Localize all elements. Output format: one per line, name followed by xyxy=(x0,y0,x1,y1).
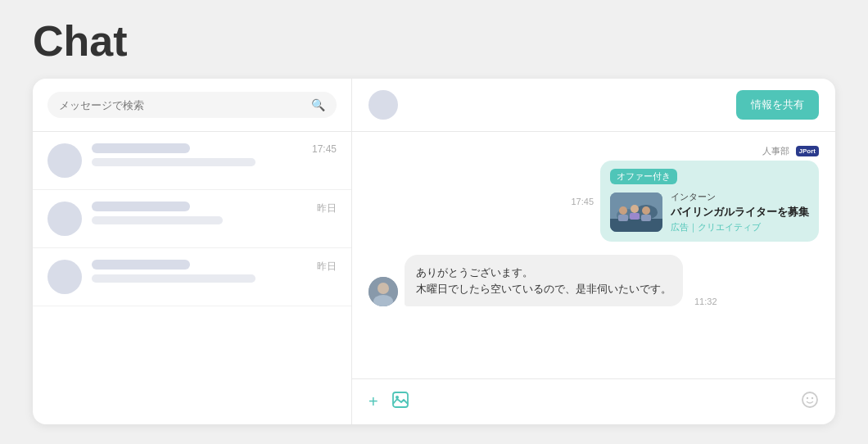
list-item[interactable]: 昨日 xyxy=(33,248,351,306)
svg-point-15 xyxy=(802,392,817,407)
conversation-content xyxy=(92,143,337,166)
conversation-name-placeholder xyxy=(92,202,190,211)
conversation-message-placeholder xyxy=(92,274,255,283)
conversation-time: 17:45 xyxy=(312,143,337,155)
image-icon[interactable] xyxy=(391,391,409,413)
ad-card-body: インターン バイリンガルライターを募集 広告｜クリエイティブ xyxy=(610,191,809,233)
avatar xyxy=(47,143,82,178)
company-name: 人事部 xyxy=(762,145,789,157)
conversation-content xyxy=(92,202,337,224)
ad-text-content: インターン バイリンガルライターを募集 広告｜クリエイティブ xyxy=(671,191,809,233)
chat-container: 🔍 17:45 昨日 xyxy=(33,79,835,424)
conversation-message-placeholder xyxy=(92,216,223,224)
svg-point-14 xyxy=(396,396,399,399)
ad-card[interactable]: オファー付き xyxy=(600,161,819,242)
add-icon[interactable]: + xyxy=(368,392,378,411)
ad-card-wrapper: 人事部 JPort 17:45 オファー付き xyxy=(571,145,819,242)
message-bubble: ありがとうございます。 木曜日でしたら空いているので、是非伺いたいです。 xyxy=(405,255,683,306)
chat-toolbar: + xyxy=(352,378,835,424)
message-list: 人事部 JPort 17:45 オファー付き xyxy=(352,132,835,378)
search-input[interactable] xyxy=(59,99,311,111)
ad-time-row: 17:45 オファー付き xyxy=(571,161,819,242)
svg-point-4 xyxy=(619,206,627,215)
message-row: ありがとうございます。 木曜日でしたら空いているので、是非伺いたいです。 11:… xyxy=(368,255,819,306)
list-item[interactable]: 17:45 xyxy=(33,132,351,190)
search-input-wrapper[interactable]: 🔍 xyxy=(47,92,337,118)
left-panel: 🔍 17:45 昨日 xyxy=(33,79,352,424)
message-text-2: 木曜日でしたら空いているので、是非伺いたいです。 xyxy=(416,283,671,295)
svg-rect-7 xyxy=(618,215,628,221)
conversation-time: 昨日 xyxy=(317,260,337,274)
ad-title-main: バイリンガルライターを募集 xyxy=(671,205,809,220)
offer-badge: オファー付き xyxy=(610,169,677,184)
jport-logo: JPort xyxy=(796,146,819,156)
svg-rect-13 xyxy=(393,392,408,407)
ad-time: 17:45 xyxy=(571,197,594,206)
svg-point-16 xyxy=(807,397,808,399)
sender-avatar xyxy=(368,277,398,306)
message-text: ありがとうございます。 xyxy=(416,266,533,279)
conversation-name-placeholder xyxy=(92,143,190,153)
svg-point-11 xyxy=(377,283,389,294)
emoji-icon[interactable] xyxy=(801,391,819,413)
search-bar: 🔍 xyxy=(33,79,351,132)
conversation-content xyxy=(92,260,337,283)
conversation-message-placeholder xyxy=(92,158,255,166)
share-button[interactable]: 情報を共有 xyxy=(736,90,819,120)
page-title: Chat xyxy=(33,20,835,62)
svg-point-5 xyxy=(631,205,639,213)
svg-point-6 xyxy=(642,206,650,215)
conversation-list: 17:45 昨日 昨日 xyxy=(33,132,351,424)
ad-card-meta: 人事部 JPort xyxy=(762,145,819,157)
message-time: 11:32 xyxy=(694,297,717,306)
conversation-time: 昨日 xyxy=(317,202,337,215)
ad-thumbnail xyxy=(610,193,662,232)
svg-rect-8 xyxy=(630,213,640,220)
avatar xyxy=(47,202,82,236)
ad-tags: 広告｜クリエイティブ xyxy=(671,221,809,233)
conversation-name-placeholder xyxy=(92,260,190,270)
search-icon: 🔍 xyxy=(311,98,325,111)
contact-avatar xyxy=(368,90,398,120)
right-panel: 情報を共有 人事部 JPort 17:45 オファー付き xyxy=(352,79,835,424)
ad-title-small: インターン xyxy=(671,191,809,203)
list-item[interactable]: 昨日 xyxy=(33,190,351,248)
svg-point-17 xyxy=(811,397,813,399)
svg-rect-3 xyxy=(610,219,662,232)
avatar xyxy=(47,260,82,294)
chat-header: 情報を共有 xyxy=(352,79,835,132)
svg-rect-9 xyxy=(641,215,651,221)
